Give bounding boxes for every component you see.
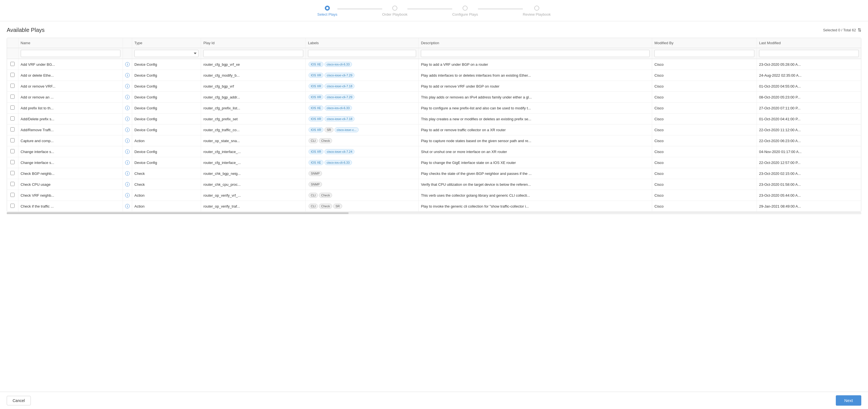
row-2-playid: router_cfg_bgp_vrf (201, 81, 306, 92)
row-7-labels: CLICheck (306, 135, 418, 146)
row-11-check (7, 179, 18, 190)
row-5-modified-by: Cisco (652, 113, 757, 125)
step-review-playbook: Review Playbook (523, 6, 551, 16)
row-7-description: Play to capture node states based on the… (418, 135, 652, 146)
filter-playid-input[interactable] (203, 50, 303, 57)
step-circle-4 (534, 6, 539, 11)
row-5-type: Device Config (132, 113, 201, 125)
row-6-labels: IOS XRSRcisco-iosxr-c... (306, 125, 418, 135)
main-content: Available Plays Selected 0 / Total 62 ⇅ … (0, 21, 868, 391)
col-header-playid: Play Id (201, 38, 306, 48)
row-10-info: i (123, 168, 132, 179)
row-3-label-tag: cisco-iosxr-cli-7.29 (324, 95, 354, 100)
connector-2-3 (407, 9, 452, 9)
row-9-info-icon[interactable]: i (125, 160, 130, 165)
step-circle-1 (325, 6, 330, 11)
row-5-labels: IOS XRcisco-iosxr-cli-7.18 (306, 113, 418, 125)
row-7-checkbox[interactable] (10, 138, 14, 142)
step-label-3: Configure Plays (452, 12, 478, 16)
row-0-info-icon[interactable]: i (125, 62, 130, 67)
row-5-info: i (123, 113, 132, 125)
row-5-info-icon[interactable]: i (125, 117, 130, 121)
row-1-info-icon[interactable]: i (125, 73, 130, 77)
table-row: Add/Remove Traffi...iDevice Configrouter… (7, 125, 861, 135)
row-3-info-icon[interactable]: i (125, 95, 130, 99)
step-configure-plays: Configure Plays (452, 6, 478, 16)
row-0-checkbox[interactable] (10, 62, 14, 66)
row-7-playid: router_op_state_sna... (201, 135, 306, 146)
row-4-name: Add prefix list to th... (18, 103, 123, 113)
footer: Cancel Next (0, 391, 868, 409)
col-header-modifiedby: Modified By (652, 38, 757, 48)
next-button[interactable]: Next (836, 395, 861, 406)
row-5-checkbox[interactable] (10, 116, 14, 121)
row-10-checkbox[interactable] (10, 171, 14, 175)
row-7-info-icon[interactable]: i (125, 138, 130, 143)
filter-modby-input[interactable] (654, 50, 754, 57)
row-12-checkbox[interactable] (10, 193, 14, 197)
row-4-checkbox[interactable] (10, 105, 14, 110)
row-10-modified-by: Cisco (652, 168, 757, 179)
row-13-description: Play to invoke the generic cli collectio… (418, 201, 652, 212)
row-12-label-tag: CLI (309, 193, 318, 198)
row-8-modified-by: Cisco (652, 146, 757, 157)
row-4-label-tag: cisco-ios-cli-6.33 (324, 105, 352, 110)
row-9-last-modified: 22-Oct-2020 12:57:00 P... (756, 157, 861, 168)
row-11-playid: router_chk_cpu_proc... (201, 179, 306, 190)
row-9-check (7, 157, 18, 168)
row-12-info-icon[interactable]: i (125, 193, 130, 198)
row-3-checkbox[interactable] (10, 95, 14, 99)
row-0-type: Device Config (132, 59, 201, 70)
row-11-info-icon[interactable]: i (125, 182, 130, 186)
row-4-label-tag: IOS XE (309, 105, 323, 110)
filter-labels-input[interactable] (308, 50, 416, 57)
row-6-info-icon[interactable]: i (125, 128, 130, 132)
row-2-checkbox[interactable] (10, 83, 14, 88)
row-0-label-tag: IOS XE (309, 62, 323, 67)
row-8-info-icon[interactable]: i (125, 149, 130, 154)
row-3-name: Add or remove an ... (18, 92, 123, 103)
step-circle-2 (392, 6, 397, 11)
row-3-label-tag: IOS XR (309, 95, 323, 100)
row-8-checkbox[interactable] (10, 149, 14, 153)
filter-lastmod-input[interactable] (759, 50, 859, 57)
row-1-checkbox[interactable] (10, 73, 14, 77)
cancel-button[interactable]: Cancel (7, 396, 31, 405)
row-10-info-icon[interactable]: i (125, 171, 130, 176)
row-8-type: Device Config (132, 146, 201, 157)
plays-table-wrapper: Name Type Play Id Labels Description Mod… (7, 38, 861, 212)
row-7-label-tag: CLI (309, 138, 318, 143)
row-11-checkbox[interactable] (10, 182, 14, 186)
filter-type-select[interactable]: Device Config Action Check (134, 50, 198, 57)
row-2-name: Add or remove VRF... (18, 81, 123, 92)
row-5-check (7, 113, 18, 125)
step-label-4: Review Playbook (523, 12, 551, 16)
row-9-type: Device Config (132, 157, 201, 168)
row-13-info-icon[interactable]: i (125, 204, 130, 208)
row-1-check (7, 70, 18, 81)
filter-labels-cell (306, 48, 418, 59)
row-2-description: Play to add or remove VRF under BGP on r… (418, 81, 652, 92)
row-9-label-tag: IOS XE (309, 160, 323, 165)
row-9-checkbox[interactable] (10, 160, 14, 164)
filter-row: Device Config Action Check (7, 48, 861, 59)
row-2-info-icon[interactable]: i (125, 84, 130, 89)
row-10-name: Check BGP neighb... (18, 168, 123, 179)
row-6-last-modified: 22-Oct-2020 11:12:00 A... (756, 125, 861, 135)
row-13-checkbox[interactable] (10, 204, 14, 208)
row-1-playid: router_cfg_modify_b... (201, 70, 306, 81)
filter-name-input[interactable] (21, 50, 121, 57)
table-body: Add VRF under BG...iDevice Configrouter_… (7, 59, 861, 212)
row-3-type: Device Config (132, 92, 201, 103)
row-4-info-icon[interactable]: i (125, 106, 130, 110)
row-0-playid: router_cfg_bgp_vrf_xe (201, 59, 306, 70)
filter-desc-input[interactable] (421, 50, 650, 57)
row-1-type: Device Config (132, 70, 201, 81)
table-row: Capture and comp...iActionrouter_op_stat… (7, 135, 861, 146)
row-6-checkbox[interactable] (10, 127, 14, 132)
row-4-modified-by: Cisco (652, 103, 757, 113)
sort-icon[interactable]: ⇅ (858, 27, 861, 33)
step-label-2: Order Playbook (382, 12, 407, 16)
row-6-label-tag: IOS XR (309, 127, 323, 132)
row-13-info: i (123, 201, 132, 212)
